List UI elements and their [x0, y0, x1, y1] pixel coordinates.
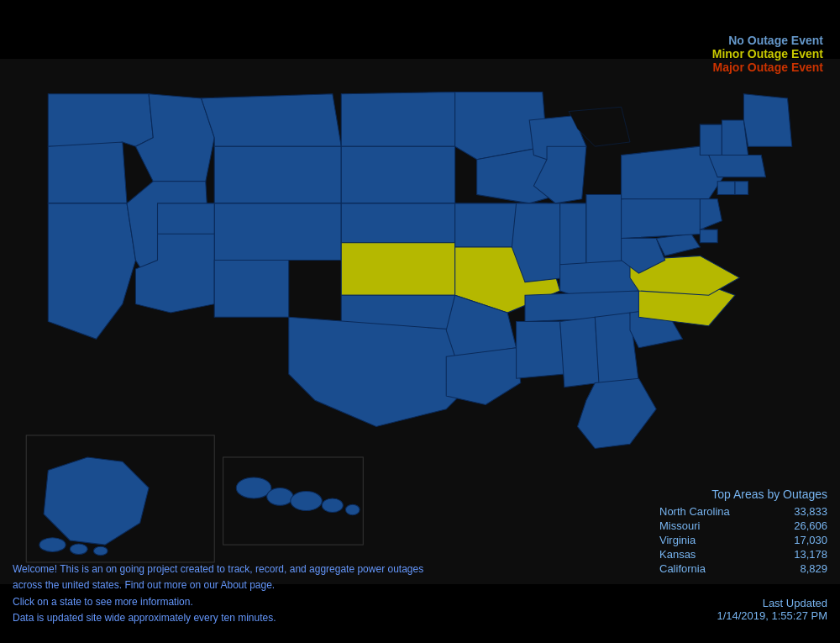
area-count: 17,030	[794, 534, 827, 546]
area-row[interactable]: Kansas13,178	[659, 547, 827, 561]
state-ne[interactable]	[341, 203, 454, 243]
state-hi-4[interactable]	[322, 498, 343, 513]
legend-no-outage: No Outage Event	[712, 34, 823, 47]
state-vt[interactable]	[700, 124, 722, 155]
state-or[interactable]	[48, 142, 127, 203]
area-count: 33,833	[794, 505, 827, 518]
area-row[interactable]: California8,829	[659, 561, 827, 576]
state-me[interactable]	[743, 94, 791, 147]
state-nm[interactable]	[214, 261, 289, 318]
area-name: North Carolina	[659, 505, 730, 518]
state-ri[interactable]	[735, 182, 748, 195]
welcome-line1: Welcome! This is an on going project cre…	[13, 561, 423, 577]
state-ms[interactable]	[517, 322, 564, 379]
top-areas-title: Top Areas by Outages	[659, 488, 827, 501]
state-al[interactable]	[560, 317, 600, 387]
area-count: 8,829	[800, 562, 827, 575]
state-ks[interactable]	[341, 243, 454, 296]
area-row[interactable]: Missouri26,606	[659, 519, 827, 533]
areas-list: North Carolina33,833Missouri26,606Virgin…	[659, 504, 827, 576]
welcome-text: Welcome! This is an on going project cre…	[13, 561, 423, 626]
welcome-line4: Data is updated site wide approximately …	[13, 610, 423, 626]
svg-point-4	[70, 544, 87, 555]
state-in[interactable]	[560, 203, 586, 265]
state-wy[interactable]	[214, 146, 341, 203]
area-name: Virginia	[659, 534, 696, 546]
welcome-line3: Click on a state to see more information…	[13, 594, 423, 610]
state-sd[interactable]	[341, 146, 454, 203]
last-updated-label: Last Updated	[717, 597, 827, 609]
area-name: Missouri	[659, 519, 700, 532]
state-pa[interactable]	[622, 194, 705, 238]
state-de[interactable]	[700, 229, 717, 243]
area-count: 13,178	[794, 548, 827, 561]
state-hi-2[interactable]	[267, 488, 293, 505]
legend-minor-outage: Minor Outage Event	[712, 47, 823, 61]
state-hi-3[interactable]	[291, 492, 323, 511]
legend: No Outage Event Minor Outage Event Major…	[712, 34, 823, 74]
legend-major-outage: Major Outage Event	[712, 61, 823, 74]
state-nd[interactable]	[341, 92, 454, 147]
svg-point-3	[39, 538, 66, 552]
state-ma[interactable]	[709, 155, 766, 177]
state-ct[interactable]	[717, 182, 735, 195]
area-row[interactable]: North Carolina33,833	[659, 504, 827, 519]
area-row[interactable]: Virginia17,030	[659, 533, 827, 547]
area-name: California	[659, 562, 706, 575]
area-count: 26,606	[794, 519, 827, 532]
svg-point-5	[93, 546, 108, 555]
state-co[interactable]	[214, 203, 341, 261]
state-wa[interactable]	[48, 94, 153, 147]
last-updated-panel: Last Updated 1/14/2019, 1:55:27 PM	[717, 597, 827, 622]
state-hi-5[interactable]	[345, 504, 360, 515]
state-hi-1[interactable]	[236, 477, 271, 498]
last-updated-value: 1/14/2019, 1:55:27 PM	[717, 609, 827, 622]
state-mt[interactable]	[202, 94, 342, 147]
top-areas-panel: Top Areas by Outages North Carolina33,83…	[659, 488, 827, 576]
area-name: Kansas	[659, 548, 696, 561]
welcome-line2: across the united states. Find out more …	[13, 577, 423, 593]
